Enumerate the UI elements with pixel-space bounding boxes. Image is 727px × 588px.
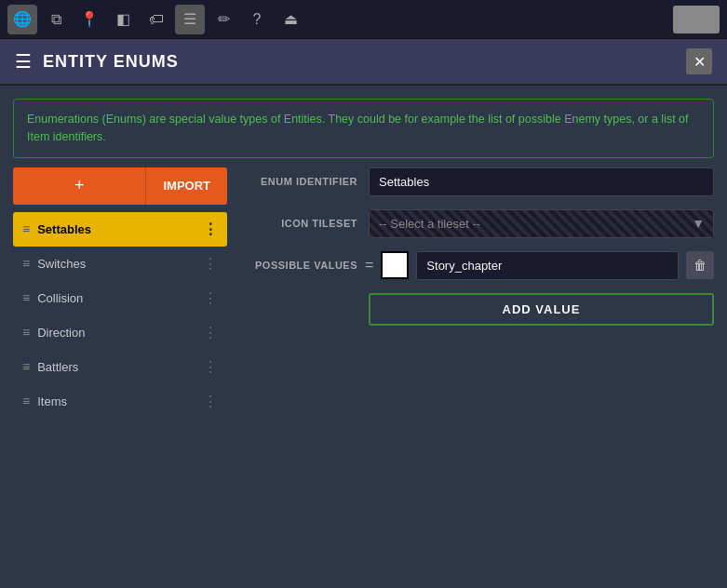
main-content: + IMPORT ≡ Settables ⋮ ≡ Switches ⋮ ≡ Co… <box>0 167 727 589</box>
close-button[interactable]: ✕ <box>686 48 712 74</box>
top-toolbar: 🌐 ⧉ 📍 ◧ 🏷 ☰ ✏ ? ⏏ <box>0 0 727 39</box>
add-enum-button[interactable]: + <box>13 167 145 205</box>
dialog-header: ☰ ENTITY ENUMS ✕ <box>0 39 727 86</box>
tag-icon[interactable]: 🏷 <box>141 5 171 34</box>
drag-handle-icon: ≡ <box>22 359 30 374</box>
enum-label: Collision <box>37 291 195 305</box>
drag-handle-icon: ≡ <box>22 325 30 340</box>
context-menu-icon[interactable]: ⋮ <box>203 358 218 376</box>
header-icon: ☰ <box>15 50 32 73</box>
tileset-select-wrapper: -- Select a tileset -- ▼ <box>369 209 714 238</box>
action-buttons: + IMPORT <box>13 167 227 205</box>
list-icon[interactable]: ☰ <box>175 5 205 34</box>
location-icon[interactable]: 📍 <box>74 5 104 34</box>
right-panel: ENUM IDENTIFIER ICON TILESET -- Select a… <box>227 167 714 589</box>
help-icon[interactable]: ? <box>242 5 272 34</box>
info-text: Enumerations (Enums) are special value t… <box>27 113 689 143</box>
enum-item-direction[interactable]: ≡ Direction ⋮ <box>13 315 227 350</box>
icon-tileset-label: ICON TILESET <box>246 218 357 229</box>
context-menu-icon[interactable]: ⋮ <box>203 220 218 238</box>
drag-handle-icon: ≡ <box>22 290 30 305</box>
context-menu-icon[interactable]: ⋮ <box>203 289 218 307</box>
enum-label: Items <box>37 394 195 408</box>
context-menu-icon[interactable]: ⋮ <box>203 393 218 410</box>
equals-sign: = <box>365 257 373 274</box>
icon-tileset-row: ICON TILESET -- Select a tileset -- ▼ <box>246 209 714 238</box>
drag-handle-icon: ≡ <box>22 256 30 271</box>
enum-item-battlers[interactable]: ≡ Battlers ⋮ <box>13 350 227 384</box>
enum-item-items[interactable]: ≡ Items ⋮ <box>13 384 227 419</box>
enum-label: Switches <box>37 257 195 271</box>
enum-label: Settables <box>37 222 195 236</box>
color-picker[interactable] <box>381 251 409 279</box>
enum-identifier-label: ENUM IDENTIFIER <box>246 176 357 187</box>
context-menu-icon[interactable]: ⋮ <box>203 324 218 341</box>
dialog-title: ENTITY ENUMS <box>43 52 179 72</box>
trash-icon: 🗑 <box>693 258 707 273</box>
exit-icon[interactable]: ⏏ <box>276 5 305 34</box>
enum-identifier-row: ENUM IDENTIFIER <box>246 167 714 196</box>
enum-item-collision[interactable]: ≡ Collision ⋮ <box>13 281 227 315</box>
enum-list: ≡ Settables ⋮ ≡ Switches ⋮ ≡ Collision ⋮… <box>13 212 227 419</box>
enum-item-settables[interactable]: ≡ Settables ⋮ <box>13 212 227 247</box>
brush-icon[interactable]: ✏ <box>209 5 238 34</box>
context-menu-icon[interactable]: ⋮ <box>203 255 218 273</box>
drag-handle-icon: ≡ <box>22 394 30 408</box>
globe-icon[interactable]: 🌐 <box>7 5 37 34</box>
delete-value-button[interactable]: 🗑 <box>686 251 714 279</box>
possible-values-row: POSSIBLE VALUES = 🗑 <box>246 251 714 280</box>
enum-label: Battlers <box>37 360 195 374</box>
info-box: Enumerations (Enums) are special value t… <box>13 99 714 158</box>
enum-identifier-input[interactable] <box>369 167 714 196</box>
drag-handle-icon: ≡ <box>22 221 30 236</box>
stack-icon[interactable]: ◧ <box>108 5 138 34</box>
thumbnail-preview <box>673 6 720 33</box>
possible-values-label: POSSIBLE VALUES <box>246 260 357 271</box>
left-panel: + IMPORT ≡ Settables ⋮ ≡ Switches ⋮ ≡ Co… <box>13 167 227 589</box>
enum-label: Direction <box>37 326 195 340</box>
possible-value-input[interactable] <box>416 251 679 280</box>
add-value-button[interactable]: ADD VALUE <box>369 293 714 326</box>
import-button[interactable]: IMPORT <box>145 167 227 205</box>
enum-item-switches[interactable]: ≡ Switches ⋮ <box>13 247 227 281</box>
layers-icon[interactable]: ⧉ <box>41 5 71 34</box>
tileset-select[interactable]: -- Select a tileset -- <box>369 209 714 238</box>
